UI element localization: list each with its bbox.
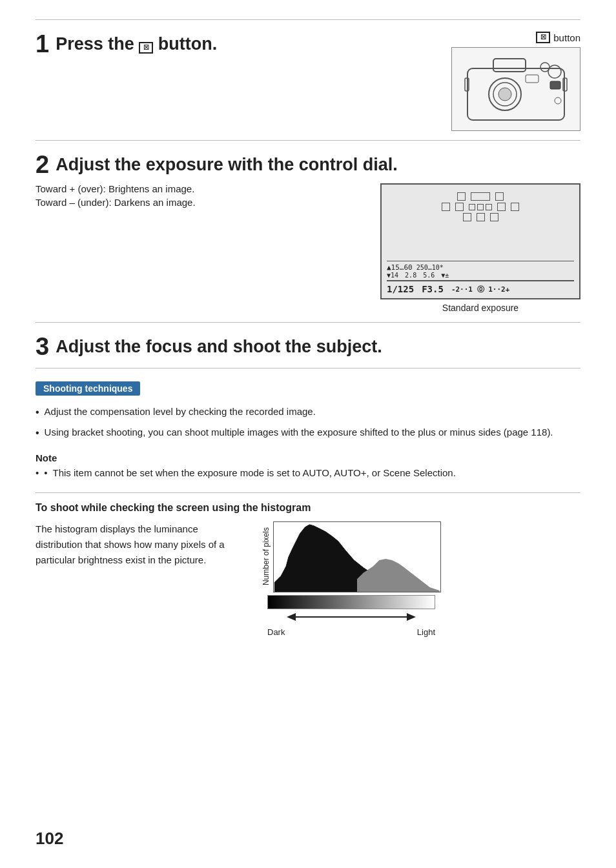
light-label: Light [417, 627, 435, 637]
svg-marker-13 [287, 613, 296, 621]
page-number: 102 [36, 829, 63, 849]
histogram-subtitle: To shoot while checking the screen using… [36, 502, 580, 514]
histogram-arrow-row [267, 609, 435, 625]
histogram-container: Number of pixels [262, 521, 441, 592]
svg-rect-8 [526, 75, 539, 83]
step2-line1: Toward + (over): Brightens an image. [36, 183, 196, 194]
histogram-graphic: Number of pixels [262, 521, 441, 637]
section1: 1 Press the ☒ button. ☒ button [36, 20, 580, 140]
svg-point-4 [498, 88, 511, 101]
standard-exposure-label: Standard exposure [380, 303, 580, 313]
shooting-techniques-badge: Shooting techniques [36, 381, 140, 396]
step3-title: Adjust the focus and shoot the subject. [56, 334, 382, 357]
histogram-body: The histogram displays the luminance dis… [36, 521, 580, 637]
histogram-svg [274, 522, 440, 592]
section2: 2 Adjust the exposure with the control d… [36, 141, 580, 322]
camera-illustration [451, 47, 580, 131]
bullet-1: Adjust the compensation level by checkin… [36, 405, 580, 420]
histogram-axis-labels: Dark Light [267, 627, 435, 637]
step1-title: Press the ☒ button. [56, 32, 217, 54]
svg-rect-1 [493, 59, 526, 72]
lcd-scale: -2··1 ⓪ 1··2+ [451, 285, 509, 294]
lcd-shutter: 1/125 [387, 284, 414, 294]
ev-button-icon: ☒ [139, 42, 153, 54]
ev-icon-label: ☒ [536, 32, 550, 43]
step2-line2: Toward – (under): Darkens an image. [36, 197, 196, 208]
histogram-text: The histogram displays the luminance dis… [36, 521, 242, 568]
note-text: • This item cannot be set when the expos… [36, 466, 580, 481]
histogram-section: To shoot while checking the screen using… [36, 502, 580, 637]
camera-svg [455, 49, 577, 130]
histogram-ylabel: Number of pixels [262, 527, 271, 585]
histogram-chart [273, 521, 441, 592]
svg-marker-14 [407, 613, 416, 621]
svg-point-9 [555, 97, 561, 104]
dark-label: Dark [267, 627, 285, 637]
step3-number: 3 [36, 334, 49, 359]
bullet-2: Using bracket shooting, you can shoot mu… [36, 425, 580, 441]
button-label: ☒ button [536, 32, 580, 43]
note-title: Note [36, 452, 580, 463]
svg-rect-7 [550, 81, 560, 89]
lcd-aperture: F3.5 [422, 284, 444, 294]
step2-title: Adjust the exposure with the control dia… [56, 152, 398, 175]
shooting-bullets: Adjust the compensation level by checkin… [36, 405, 580, 441]
histogram-gradient-bar [267, 595, 435, 609]
svg-point-6 [548, 65, 561, 78]
lcd-display: ▲15…60 250…10* ▼14 2.8 5.6 ▼± 1/125 F3.5… [380, 183, 580, 299]
arrow-svg [287, 609, 416, 625]
lcd-display-wrap: ▲15…60 250…10* ▼14 2.8 5.6 ▼± 1/125 F3.5… [380, 183, 580, 313]
step2-number: 2 [36, 152, 49, 177]
section3: 3 Adjust the focus and shoot the subject… [36, 323, 580, 368]
note-section: Note • This item cannot be set when the … [36, 452, 580, 481]
step1-number: 1 [36, 32, 49, 56]
